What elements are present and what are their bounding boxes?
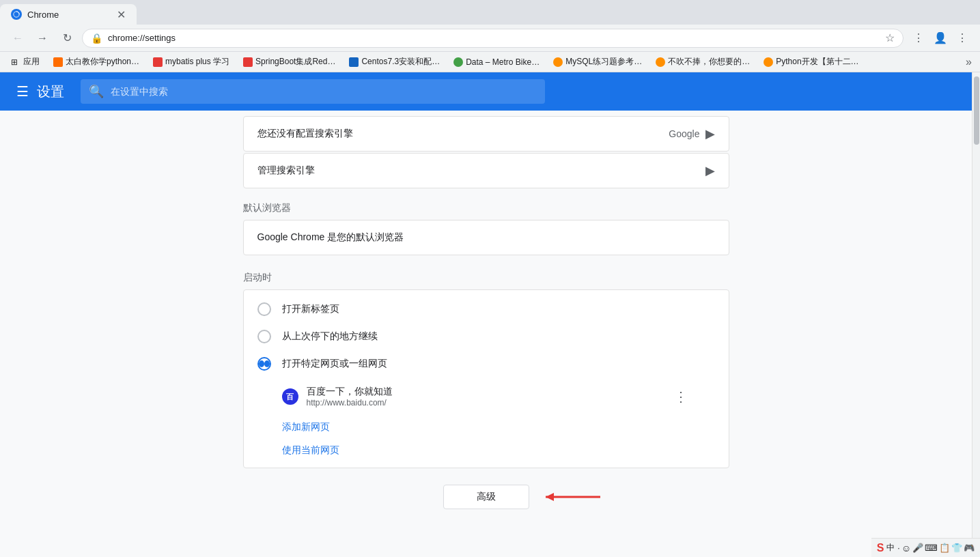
bookmarks-more-button[interactable]: » <box>963 55 975 70</box>
radio-continue[interactable] <box>257 330 271 343</box>
address-text: chrome://settings <box>108 33 877 43</box>
search-input[interactable] <box>111 86 537 97</box>
bookmark-favicon-3 <box>243 57 253 67</box>
scrollbar-thumb[interactable] <box>974 76 979 145</box>
startup-continue-label: 从上次停下的地方继续 <box>282 330 378 343</box>
tray-icon-shirt[interactable]: 👕 <box>951 543 962 553</box>
bookmark-8[interactable]: Python开发【第十二… <box>758 55 864 69</box>
tray-icon-game[interactable]: 🎮 <box>964 543 975 553</box>
bookmark-4[interactable]: Centos7.3安装和配… <box>344 55 445 69</box>
search-engine-value: Google <box>669 128 699 139</box>
startup-option-new-tab[interactable]: 打开新标签页 <box>244 296 729 323</box>
apps-grid-icon: ⊞ <box>11 57 20 67</box>
nav-actions: ⋮ 👤 ⋮ <box>909 29 972 48</box>
sidebar-hamburger-button[interactable]: ☰ <box>16 83 29 100</box>
arrow-svg <box>532 489 607 505</box>
add-page-link[interactable]: 添加新网页 <box>244 416 729 439</box>
advanced-section: 高级 <box>243 485 729 509</box>
active-tab[interactable]: Chrome ✕ <box>0 4 137 25</box>
settings-main: ☰ 设置 🔍 您还没有配置搜索引擎 Google ▶ 管理搜 <box>0 72 972 557</box>
startup-section-label: 启动时 <box>243 266 729 289</box>
url-name: 百度一下，你就知道 <box>307 386 663 398</box>
bookmarks-bar: ⊞ 应用 太白教你学python… mybatis plus 学习 Spring… <box>0 52 980 72</box>
browser-frame: Chrome ✕ ← → ↻ 🔒 chrome://settings ☆ ⋮ 👤… <box>0 0 980 557</box>
startup-url-section: 百 百度一下，你就知道 http://www.baidu.com/ ⋮ <box>244 377 729 416</box>
nav-bar: ← → ↻ 🔒 chrome://settings ☆ ⋮ 👤 ⋮ <box>0 25 980 52</box>
startup-specific-label: 打开特定网页或一组网页 <box>282 358 387 370</box>
bookmark-label-7: 不吹不捧，你想要的… <box>668 56 750 68</box>
search-icon: 🔍 <box>89 84 104 99</box>
startup-option-continue[interactable]: 从上次停下的地方继续 <box>244 323 729 350</box>
settings-header-title: 设置 <box>37 83 64 101</box>
bookmark-favicon-4 <box>349 57 359 67</box>
settings-content-area: 您还没有配置搜索引擎 Google ▶ 管理搜索引擎 ▶ 默认浏览器 Googl… <box>227 111 746 537</box>
bookmark-star-icon[interactable]: ☆ <box>885 31 895 44</box>
bookmark-apps[interactable]: ⊞ 应用 <box>5 55 45 69</box>
search-engine-label: 您还没有配置搜索引擎 <box>257 128 669 140</box>
settings-header-bar: ☰ 设置 🔍 <box>0 72 972 111</box>
bookmark-5[interactable]: Data – Metro Bike… <box>448 56 545 68</box>
bookmark-label-2: mybatis plus 学习 <box>165 56 229 68</box>
bookmark-3[interactable]: SpringBoot集成Red… <box>238 55 341 69</box>
bookmark-favicon-8 <box>764 57 773 67</box>
bookmark-2[interactable]: mybatis plus 学习 <box>148 55 235 69</box>
bookmark-favicon-1 <box>53 57 63 67</box>
bookmark-label-3: SpringBoot集成Red… <box>255 56 335 68</box>
startup-card: 打开新标签页 从上次停下的地方继续 打开特定网页或一组网页 <box>243 289 729 468</box>
menu-button[interactable]: ⋮ <box>953 29 972 48</box>
bookmark-favicon-2 <box>153 57 163 67</box>
startup-new-tab-label: 打开新标签页 <box>282 303 339 315</box>
default-browser-text: Google Chrome 是您的默认浏览器 <box>257 231 404 242</box>
radio-specific[interactable] <box>257 357 271 371</box>
use-current-link[interactable]: 使用当前网页 <box>244 439 729 462</box>
address-bar[interactable]: 🔒 chrome://settings ☆ <box>82 29 904 48</box>
lock-icon: 🔒 <box>91 33 102 44</box>
bookmark-label-6: MySQL练习题参考… <box>565 56 642 68</box>
tab-close-button[interactable]: ✕ <box>117 8 126 21</box>
url-more-button[interactable]: ⋮ <box>671 386 690 408</box>
user-profile-button[interactable]: 👤 <box>931 29 950 48</box>
tray-icon-mic[interactable]: 🎤 <box>912 543 923 553</box>
manage-search-inner[interactable]: 管理搜索引擎 ▶ <box>244 154 729 188</box>
manage-search-label: 管理搜索引擎 <box>257 165 705 177</box>
search-box[interactable]: 🔍 <box>81 79 545 104</box>
manage-search-row[interactable]: 管理搜索引擎 ▶ <box>243 153 729 188</box>
url-address: http://www.baidu.com/ <box>307 398 663 408</box>
baidu-favicon: 百 <box>282 388 298 405</box>
tray-icon-clipboard[interactable]: 📋 <box>939 543 950 553</box>
startup-option-specific[interactable]: 打开特定网页或一组网页 <box>244 350 729 377</box>
bookmark-label-4: Centos7.3安装和配… <box>361 56 440 68</box>
bookmark-1[interactable]: 太白教你学python… <box>48 55 145 69</box>
url-info: 百度一下，你就知道 http://www.baidu.com/ <box>307 386 663 408</box>
reload-button[interactable]: ↻ <box>57 29 76 48</box>
bookmark-favicon-5 <box>453 57 463 67</box>
bookmark-7[interactable]: 不吹不捧，你想要的… <box>650 55 755 69</box>
radio-new-tab[interactable] <box>257 302 271 316</box>
bookmark-label-5: Data – Metro Bike… <box>466 57 540 67</box>
bookmark-favicon-6 <box>553 57 563 67</box>
advanced-button[interactable]: 高级 <box>443 485 529 509</box>
search-engine-arrow-icon: ▶ <box>705 126 715 141</box>
advanced-btn-container: 高级 <box>443 485 529 509</box>
tab-favicon <box>11 9 22 20</box>
arrow-annotation <box>532 489 607 505</box>
scrollbar-track[interactable] <box>972 72 980 557</box>
forward-button[interactable]: → <box>33 29 52 48</box>
back-button[interactable]: ← <box>8 29 27 48</box>
default-browser-section-label: 默认浏览器 <box>243 197 729 220</box>
tab-bar: Chrome ✕ <box>0 0 980 25</box>
bookmark-6[interactable]: MySQL练习题参考… <box>548 55 647 69</box>
bookmark-label-1: 太白教你学python… <box>66 56 139 68</box>
manage-search-arrow-icon: ▶ <box>705 163 715 178</box>
tray-icon-emoji[interactable]: ☺ <box>901 543 911 554</box>
svg-marker-2 <box>546 493 554 501</box>
tab-title: Chrome <box>27 10 111 20</box>
search-engine-row[interactable]: 您还没有配置搜索引擎 Google ▶ <box>243 116 729 152</box>
extensions-button[interactable]: ⋮ <box>909 29 928 48</box>
tray-icon-dot[interactable]: · <box>897 543 899 553</box>
tray-icon-sogou[interactable]: S <box>877 542 884 554</box>
bookmark-apps-label: 应用 <box>23 56 40 68</box>
tray-icon-chinese[interactable]: 中 <box>885 542 896 554</box>
bookmark-favicon-7 <box>656 57 665 67</box>
tray-icon-keyboard[interactable]: ⌨ <box>925 543 938 553</box>
